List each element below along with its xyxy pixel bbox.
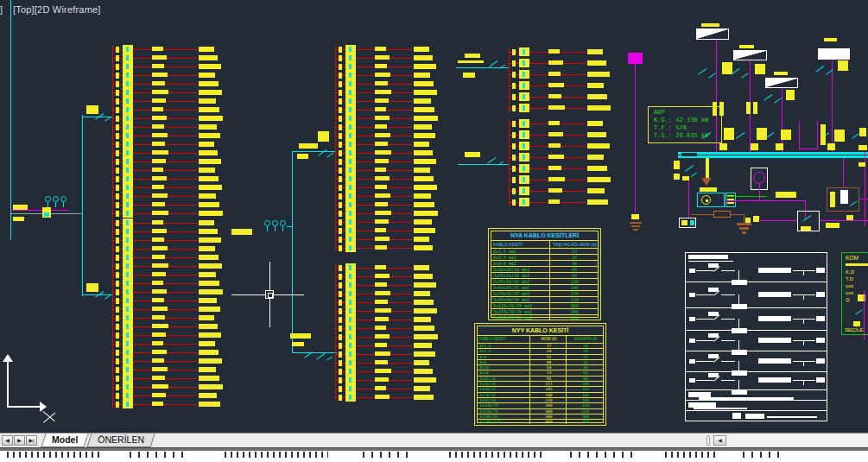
circuit-mid-label [152, 55, 167, 60]
panel-A-bus [112, 45, 113, 218]
circuit-mid-label [375, 351, 390, 356]
table-row: 3x95+50/50 mm2210 [491, 297, 598, 303]
command-line-area[interactable] [0, 451, 868, 462]
breaker-glyph [774, 98, 782, 104]
circuit-tick [339, 211, 342, 217]
circuit-tick [512, 105, 516, 111]
circuit-end-label [414, 237, 429, 242]
circuit-end-label [414, 64, 436, 69]
circuit-breaker-glyph [126, 393, 129, 398]
circuit-breaker-glyph [349, 47, 352, 52]
table-cell: 3x70/35 [478, 393, 530, 397]
clipped-command-text [130, 452, 190, 458]
circuit-mid-label [548, 155, 564, 159]
tab-onerilen[interactable]: ÖNERİLEN [86, 434, 155, 447]
col-header: KABLO KESİTİ [478, 336, 530, 343]
circuit-breaker-glyph [349, 334, 352, 339]
komp-line: cos [846, 289, 868, 296]
tab-nav-last-button[interactable]: ▶| [26, 435, 37, 446]
ground-symbol [737, 223, 751, 225]
legend-label-block [816, 316, 825, 321]
circuit-breaker-glyph [349, 274, 352, 279]
tab-model[interactable]: Model [41, 434, 88, 447]
circuit-end-label [414, 395, 434, 400]
circuit-breaker-glyph [349, 98, 352, 104]
circuit-end-label [199, 193, 216, 199]
circuit-breaker-glyph [349, 291, 352, 296]
adp-line: K.G.: 42.336 kW [654, 117, 721, 124]
circuit-breaker-glyph [126, 229, 129, 234]
circuit-mid-label [375, 185, 387, 189]
circuit-end-label [199, 81, 219, 86]
circuit-tick [339, 73, 342, 79]
table-title: NYA KABLO KESİTLERİ [491, 231, 598, 241]
circuit-breaker-glyph [126, 350, 129, 355]
circuit-tick [116, 272, 119, 278]
tab-nav-prev-button[interactable]: ◀ [2, 435, 13, 446]
circuit-tick [116, 150, 119, 156]
circuit-mid-label [375, 360, 388, 364]
cad-drawing-canvas[interactable]: ] [Top][2D Wireframe] ADP K.G.: 42.336 k… [0, 0, 868, 433]
circuit-end-label [414, 133, 435, 138]
cad-shape [742, 231, 746, 234]
meter-symbol [272, 220, 278, 226]
tabbar-splitter-handle[interactable] [706, 435, 710, 446]
circuit-end-label [414, 81, 434, 86]
tabbar-scroll-track[interactable] [728, 434, 868, 446]
clipped-command-text [665, 452, 717, 458]
legend-symbol [708, 354, 719, 358]
cad-shape [13, 217, 24, 221]
circuit-breaker-glyph [126, 376, 129, 381]
cad-shape [776, 192, 796, 198]
circuit-breaker-glyph [126, 202, 129, 207]
cad-shape [739, 227, 749, 230]
cad-shape [631, 225, 640, 227]
circuit-mid-label [375, 98, 389, 103]
tab-nav-next-button[interactable]: ▶ [14, 435, 25, 446]
tabbar-scroll-left-button[interactable]: ◀ [713, 435, 726, 446]
circuit-mid-label [375, 193, 390, 198]
circuit-end-label [414, 282, 436, 288]
circuit-breaker-glyph [126, 402, 129, 407]
circuit-tick [512, 72, 516, 78]
circuit-end-label [199, 358, 222, 364]
circuit-end-label [587, 188, 605, 193]
table-cell: 3x70+35/35 mm2 [491, 291, 550, 296]
legend-note-line [699, 397, 794, 400]
cad-shape [292, 151, 335, 152]
circuit-end-label [199, 246, 215, 251]
legend-wire [696, 270, 713, 271]
circuit-mid-label [375, 133, 390, 137]
cad-shape [681, 153, 697, 156]
circuit-mid-label [152, 220, 163, 225]
circuit-tick [116, 220, 119, 226]
table-cell: 410 [550, 315, 598, 320]
table-cell: 400 [530, 420, 567, 424]
circuit-end-label [587, 143, 610, 149]
legend-tick [803, 320, 804, 324]
circuit-tick [339, 237, 342, 243]
circuit-breaker-glyph [126, 281, 129, 286]
circuit-end-label [414, 228, 435, 233]
circuit-tick [339, 64, 342, 70]
legend-note-block [745, 414, 764, 419]
cad-shape [859, 199, 868, 199]
supply-block [628, 53, 643, 64]
legend-symbol [689, 339, 695, 343]
circuit-tick [339, 81, 342, 87]
circuit-breaker-glyph [523, 132, 525, 137]
table-row: 4x4/4 mm246 [491, 261, 598, 267]
circuit-end-label [199, 168, 215, 173]
circuit-breaker-glyph [349, 168, 352, 173]
circuit-mid-label [548, 105, 565, 110]
circuit-breaker-glyph [126, 211, 129, 216]
circuit-tick [512, 132, 516, 138]
cad-shape [832, 60, 833, 153]
circuit-end-label [199, 220, 214, 225]
cad-shape [838, 60, 848, 71]
circuit-mid-label [152, 272, 166, 276]
legend-symbol [689, 317, 695, 321]
panel-D-bus [335, 263, 336, 402]
circuit-end-label [414, 386, 430, 391]
legend-label-block [732, 389, 747, 395]
